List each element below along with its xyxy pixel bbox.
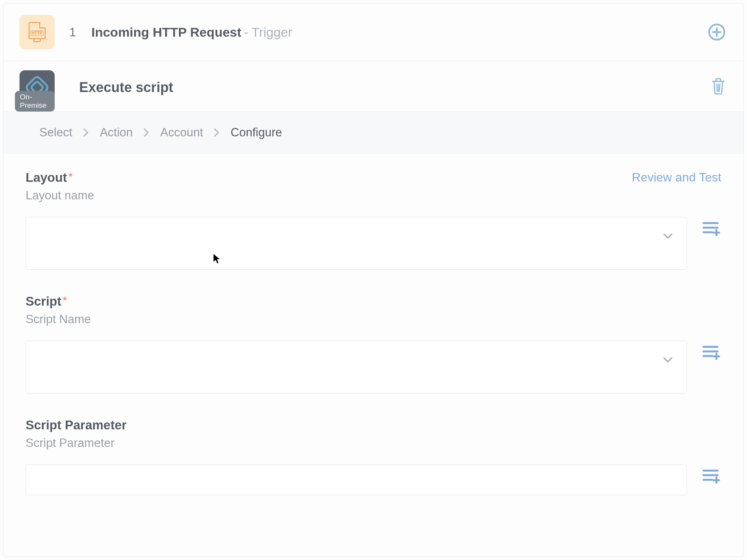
svg-line-7 bbox=[719, 84, 720, 91]
breadcrumb-select[interactable]: Select bbox=[39, 126, 72, 139]
step-header-row: On-Premise Execute script bbox=[3, 61, 744, 112]
required-indicator: * bbox=[63, 295, 67, 306]
script-select[interactable] bbox=[26, 341, 687, 393]
insert-variable-button-script-parameter[interactable] bbox=[702, 468, 721, 484]
insert-variable-icon bbox=[702, 345, 721, 360]
trigger-title-group: Incoming HTTP Request - Trigger bbox=[91, 25, 292, 40]
trigger-title: Incoming HTTP Request bbox=[91, 25, 241, 39]
trigger-step-number: 1 bbox=[69, 25, 77, 39]
field-group-script-parameter: Script Parameter Script Parameter bbox=[26, 418, 721, 495]
step-title: Execute script bbox=[79, 79, 173, 95]
chevron-right-icon bbox=[83, 128, 89, 137]
breadcrumb-account[interactable]: Account bbox=[160, 126, 203, 139]
onpremise-badge: On-Premise bbox=[15, 91, 55, 112]
add-step-button[interactable] bbox=[708, 23, 726, 41]
chevron-right-icon bbox=[214, 128, 220, 137]
field-title-layout-text: Layout bbox=[26, 170, 67, 185]
workflow-panel: HTTP 1 Incoming HTTP Request - Trigger bbox=[3, 3, 744, 557]
field-title-script-parameter: Script Parameter bbox=[26, 418, 721, 432]
field-group-layout: Layout * Layout name bbox=[26, 170, 721, 270]
breadcrumb-configure[interactable]: Configure bbox=[231, 126, 282, 139]
insert-variable-icon bbox=[702, 468, 721, 484]
http-trigger-icon: HTTP bbox=[19, 15, 55, 49]
field-title-script-text: Script bbox=[26, 294, 62, 309]
insert-variable-button-layout[interactable] bbox=[702, 221, 721, 236]
field-title-script: Script * bbox=[26, 294, 721, 309]
chevron-down-icon bbox=[663, 231, 673, 242]
field-sub-script: Script Name bbox=[26, 312, 721, 326]
trash-icon bbox=[711, 78, 726, 95]
breadcrumb-action[interactable]: Action bbox=[100, 126, 133, 139]
trigger-suffix: - Trigger bbox=[244, 25, 292, 39]
chevron-right-icon bbox=[143, 128, 149, 137]
required-indicator: * bbox=[68, 171, 72, 183]
chevron-down-icon bbox=[663, 355, 673, 366]
field-sub-layout: Layout name bbox=[26, 189, 721, 202]
field-group-script: Script * Script Name bbox=[26, 294, 721, 393]
delete-step-button[interactable] bbox=[711, 78, 726, 95]
field-title-layout: Layout * bbox=[26, 170, 721, 185]
trigger-step-row[interactable]: HTTP 1 Incoming HTTP Request - Trigger bbox=[3, 3, 744, 61]
layout-select[interactable] bbox=[26, 217, 687, 270]
breadcrumb: Select Action Account Configure bbox=[3, 112, 744, 154]
review-and-test-link[interactable]: Review and Test bbox=[632, 170, 721, 185]
insert-variable-button-script[interactable] bbox=[702, 345, 721, 360]
svg-line-5 bbox=[717, 84, 717, 91]
script-parameter-input[interactable] bbox=[26, 465, 687, 495]
insert-variable-icon bbox=[702, 221, 721, 236]
step-app-icon: On-Premise bbox=[19, 70, 55, 105]
field-sub-script-parameter: Script Parameter bbox=[26, 436, 721, 450]
field-title-script-parameter-text: Script Parameter bbox=[26, 418, 127, 432]
configure-form: Review and Test Layout * Layout name bbox=[3, 154, 744, 527]
